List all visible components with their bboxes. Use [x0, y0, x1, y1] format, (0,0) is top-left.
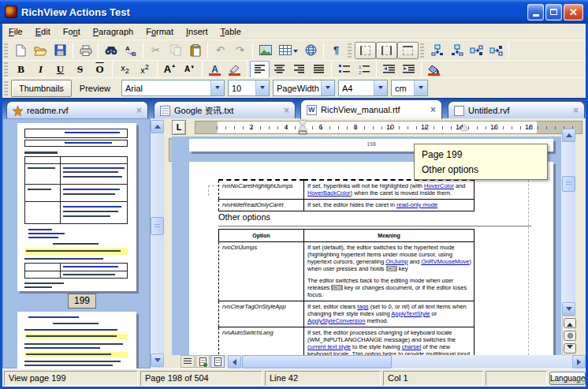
doc-table-continuation[interactable]: rvoNoCaretHighlightJumps If set, hyperli…: [218, 179, 474, 211]
units-combo[interactable]: cm: [391, 80, 428, 96]
bold-button[interactable]: B: [11, 61, 31, 78]
font-name-combo[interactable]: Arial: [121, 80, 225, 96]
insert-picture-button[interactable]: [255, 42, 275, 59]
zoom-combo[interactable]: PageWidth: [273, 80, 335, 96]
copy-button[interactable]: [166, 42, 185, 59]
combo-dropdown-button[interactable]: [374, 80, 387, 95]
grow-font-button[interactable]: A▲: [160, 61, 180, 78]
page-border-sides-button[interactable]: [376, 42, 397, 59]
tab-google-txt[interactable]: Google 资讯.txt ×: [154, 101, 296, 119]
strikethrough-button[interactable]: S: [70, 61, 90, 78]
page-layout-view-button[interactable]: [210, 355, 225, 368]
left-indent-marker[interactable]: [299, 131, 307, 134]
scrollbar-track[interactable]: [151, 118, 164, 368]
align-right-button[interactable]: [289, 61, 309, 78]
text-highlight-button[interactable]: [225, 61, 244, 78]
document-viewport[interactable]: 198 rvoNoCaretHighlightJumps If set, hyp…: [172, 137, 561, 355]
underline-button[interactable]: U: [50, 61, 70, 78]
tab-richview-manual-rtf[interactable]: W RichView_manual.rtf ×: [300, 99, 442, 119]
undo-button[interactable]: ↶: [210, 42, 230, 59]
toolbar-grip[interactable]: [4, 43, 8, 58]
tab-close-icon[interactable]: ×: [284, 106, 289, 115]
insert-hyperlink-button[interactable]: [301, 42, 321, 59]
title-bar[interactable]: RichView Actions Test ✕: [0, 0, 588, 24]
scroll-up-button[interactable]: [151, 120, 164, 133]
insert-table-button[interactable]: [275, 42, 301, 59]
replace-button[interactable]: AB: [121, 42, 140, 59]
bullets-button[interactable]: [334, 61, 354, 78]
combo-dropdown-button[interactable]: [210, 80, 224, 95]
tab-stop-selector-button[interactable]: L: [172, 120, 186, 135]
page-border-top-button[interactable]: [397, 42, 419, 59]
tab-untitled-rvf[interactable]: Untitled.rvf ×: [448, 101, 585, 119]
select-browse-object-button[interactable]: [564, 331, 576, 341]
menu-insert[interactable]: Insert: [180, 25, 214, 38]
save-button[interactable]: [50, 42, 70, 59]
tab-close-icon[interactable]: ×: [573, 106, 579, 115]
redo-button[interactable]: ↷: [230, 42, 250, 59]
scrollbar-thumb[interactable]: [242, 355, 392, 368]
combo-dropdown-button[interactable]: [414, 80, 427, 95]
web-view-button[interactable]: [195, 355, 210, 368]
find-button[interactable]: [101, 42, 121, 59]
justify-button[interactable]: [309, 61, 329, 78]
page-199[interactable]: rvoNoCaretHighlightJumps If set, hyperli…: [189, 162, 553, 355]
align-left-button[interactable]: [250, 61, 270, 78]
minimize-button[interactable]: [527, 4, 544, 21]
numbering-button[interactable]: 12: [354, 61, 374, 78]
superscript-button[interactable]: x2: [135, 61, 154, 78]
italic-button[interactable]: I: [31, 61, 50, 78]
tab-readme-rvf[interactable]: readme.rvf ×: [6, 101, 148, 119]
scroll-left-button[interactable]: [228, 355, 241, 368]
tab-close-icon[interactable]: ×: [430, 105, 436, 114]
combo-dropdown-button[interactable]: [255, 80, 269, 95]
font-size-combo[interactable]: 10: [228, 80, 270, 96]
scrollbar-track[interactable]: [562, 129, 575, 316]
maximize-button[interactable]: [545, 4, 562, 21]
new-document-button[interactable]: [11, 42, 31, 59]
scroll-right-button[interactable]: [572, 355, 586, 368]
open-button[interactable]: [31, 42, 50, 59]
resize-grip[interactable]: [575, 376, 584, 385]
table-insert-row-below-button[interactable]: [447, 42, 467, 59]
thumbnail-page-label[interactable]: 199: [68, 294, 96, 309]
align-center-button[interactable]: [270, 61, 289, 78]
scrollbar-thumb[interactable]: [562, 176, 575, 192]
thumbnail-page-199[interactable]: [17, 123, 136, 291]
next-page-button[interactable]: [564, 343, 576, 353]
fill-color-button[interactable]: [424, 61, 444, 78]
app-icon[interactable]: [5, 6, 17, 18]
thumbnails-toggle-button[interactable]: Thumbnails: [11, 80, 72, 97]
scroll-down-button[interactable]: [562, 302, 575, 316]
decrease-indent-button[interactable]: [379, 61, 399, 78]
toolbar-grip[interactable]: [4, 81, 8, 95]
combo-dropdown-button[interactable]: [321, 80, 334, 95]
horizontal-ruler[interactable]: 2 4 6 8 10 12 14 16 18: [195, 121, 582, 134]
shrink-font-button[interactable]: A▼: [180, 61, 199, 78]
close-button[interactable]: ✕: [564, 4, 583, 21]
scrollbar-thumb[interactable]: [151, 217, 164, 235]
toolbar-grip[interactable]: [348, 43, 352, 58]
scroll-up-button[interactable]: [562, 129, 575, 142]
doc-table-other-options[interactable]: Option Meaning rvoCtrlJumps If set (defa…: [218, 229, 474, 355]
subscript-button[interactable]: x2: [115, 61, 135, 78]
font-color-button[interactable]: A: [205, 61, 225, 78]
menu-table[interactable]: Table: [214, 25, 247, 38]
tab-close-icon[interactable]: ×: [136, 106, 142, 115]
menu-edit[interactable]: Edit: [29, 25, 57, 38]
increase-indent-button[interactable]: [399, 61, 419, 78]
hanging-indent-marker[interactable]: [299, 121, 307, 130]
menu-font[interactable]: Font: [57, 25, 87, 38]
page-border-left-button[interactable]: [355, 42, 376, 59]
normal-view-button[interactable]: [180, 355, 195, 368]
paragraph-marks-button[interactable]: ¶: [326, 42, 346, 59]
cut-button[interactable]: ✂: [146, 42, 166, 59]
menu-paragraph[interactable]: Paragraph: [87, 25, 140, 38]
paste-button[interactable]: [185, 42, 205, 59]
right-indent-marker[interactable]: [460, 121, 468, 130]
table-insert-col-left-button[interactable]: [467, 42, 486, 59]
previous-page-button[interactable]: [564, 318, 576, 328]
menu-format[interactable]: Format: [140, 25, 180, 38]
table-insert-col-right-button[interactable]: [486, 42, 506, 59]
toolbar-grip[interactable]: [420, 43, 424, 58]
